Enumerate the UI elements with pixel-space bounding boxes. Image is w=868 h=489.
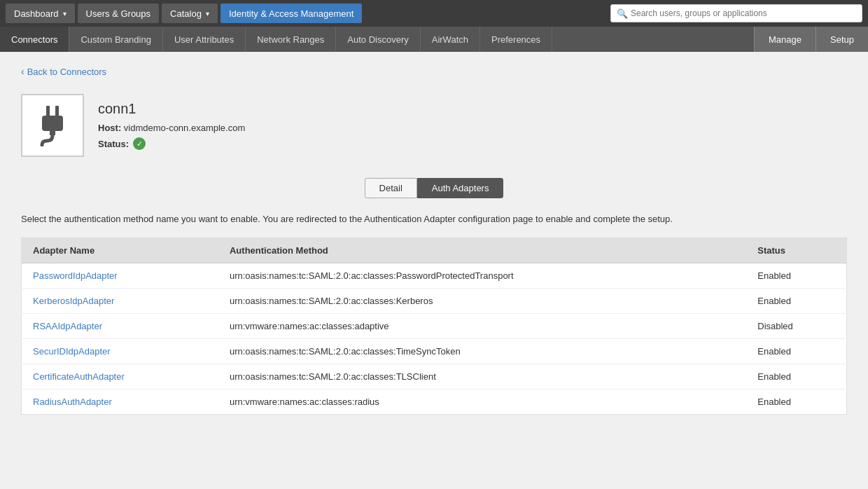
col-header-auth-method: Authentication Method bbox=[218, 237, 746, 263]
network-ranges-label: Network Ranges bbox=[257, 34, 324, 45]
table-row: SecurIDIdpAdapterurn:oasis:names:tc:SAML… bbox=[22, 338, 847, 364]
auto-discovery-label: Auto Discovery bbox=[347, 34, 408, 45]
adapter-name-link[interactable]: KerberosIdpAdapter bbox=[33, 296, 114, 306]
svg-rect-2 bbox=[42, 116, 63, 131]
status-cell: Enabled bbox=[746, 338, 846, 364]
dashboard-chevron-icon: ▾ bbox=[63, 10, 66, 18]
col-header-status: Status bbox=[746, 237, 846, 263]
nav-right-actions: Manage Setup bbox=[754, 27, 868, 52]
airwatch-label: AirWatch bbox=[432, 34, 468, 45]
status-cell: Enabled bbox=[746, 288, 846, 313]
second-navigation: Connectors Custom Branding User Attribut… bbox=[0, 27, 868, 52]
setup-button[interactable]: Setup bbox=[816, 27, 868, 52]
table-row: PasswordIdpAdapterurn:oasis:names:tc:SAM… bbox=[22, 263, 847, 288]
status-cell: Enabled bbox=[746, 364, 846, 389]
sidebar-item-connectors[interactable]: Connectors bbox=[0, 27, 69, 52]
search-icon: 🔍 bbox=[617, 8, 628, 19]
auth-method-cell: urn:oasis:names:tc:SAML:2.0:ac:classes:K… bbox=[218, 288, 746, 313]
auth-method-cell: urn:oasis:names:tc:SAML:2.0:ac:classes:T… bbox=[218, 364, 746, 389]
connectors-label: Connectors bbox=[11, 34, 57, 45]
table-row: KerberosIdpAdapterurn:oasis:names:tc:SAM… bbox=[22, 288, 847, 313]
host-value: vidmdemo-conn.example.com bbox=[124, 123, 245, 133]
sidebar-item-user-attributes[interactable]: User Attributes bbox=[163, 27, 246, 52]
manage-button[interactable]: Manage bbox=[754, 27, 816, 52]
adapter-name-cell: RSAAIdpAdapter bbox=[22, 313, 218, 338]
catalog-label: Catalog bbox=[170, 8, 202, 19]
connector-icon-box bbox=[21, 94, 84, 157]
preferences-label: Preferences bbox=[491, 34, 540, 45]
user-attributes-label: User Attributes bbox=[174, 34, 234, 45]
main-content: ‹ Back to Connectors conn1 Host: vidmdem bbox=[0, 52, 868, 489]
status-cell: Enabled bbox=[746, 389, 846, 414]
auth-method-cell: urn:vmware:names:ac:classes:adaptive bbox=[218, 313, 746, 338]
back-to-connectors-link[interactable]: ‹ Back to Connectors bbox=[21, 66, 106, 77]
auth-method-cell: urn:oasis:names:tc:SAML:2.0:ac:classes:P… bbox=[218, 263, 746, 288]
catalog-chevron-icon: ▾ bbox=[206, 10, 209, 18]
adapter-name-link[interactable]: CertificateAuthAdapter bbox=[33, 371, 125, 382]
search-input[interactable] bbox=[631, 8, 856, 18]
dashboard-label: Dashboard bbox=[14, 8, 59, 19]
adapter-name-link[interactable]: PasswordIdpAdapter bbox=[33, 270, 118, 281]
status-cell: Disabled bbox=[746, 313, 846, 338]
sidebar-item-auto-discovery[interactable]: Auto Discovery bbox=[336, 27, 420, 52]
connector-info-section: conn1 Host: vidmdemo-conn.example.com St… bbox=[21, 94, 847, 157]
connector-name: conn1 bbox=[98, 101, 245, 117]
dashboard-button[interactable]: Dashboard ▾ bbox=[6, 4, 75, 23]
table-row: RadiusAuthAdapterurn:vmware:names:ac:cla… bbox=[22, 389, 847, 414]
adapter-name-cell: CertificateAuthAdapter bbox=[22, 364, 218, 389]
back-link-label: Back to Connectors bbox=[27, 67, 106, 77]
auth-method-cell: urn:oasis:names:tc:SAML:2.0:ac:classes:T… bbox=[218, 338, 746, 364]
plug-icon bbox=[35, 104, 70, 146]
status-cell: Enabled bbox=[746, 263, 846, 288]
table-header: Adapter Name Authentication Method Statu… bbox=[22, 237, 847, 263]
status-label: Status: bbox=[98, 139, 129, 149]
users-groups-label: Users & Groups bbox=[86, 8, 150, 19]
adapter-name-link[interactable]: RadiusAuthAdapter bbox=[33, 397, 112, 407]
adapters-table: Adapter Name Authentication Method Statu… bbox=[21, 237, 847, 415]
tabs-container: Detail Auth Adapters bbox=[21, 178, 847, 198]
table-row: RSAAIdpAdapterurn:vmware:names:ac:classe… bbox=[22, 313, 847, 338]
tab-auth-adapters[interactable]: Auth Adapters bbox=[417, 178, 504, 198]
host-label: Host: bbox=[98, 123, 121, 133]
search-box: 🔍 bbox=[610, 4, 862, 22]
adapter-name-cell: RadiusAuthAdapter bbox=[22, 389, 218, 414]
description-text: Select the authentication method name yo… bbox=[21, 212, 847, 226]
connector-details: conn1 Host: vidmdemo-conn.example.com St… bbox=[98, 94, 245, 150]
catalog-button[interactable]: Catalog ▾ bbox=[162, 4, 218, 23]
back-chevron-icon: ‹ bbox=[21, 66, 24, 77]
iam-button[interactable]: Identity & Access Management bbox=[220, 4, 362, 23]
top-navigation: Dashboard ▾ Users & Groups Catalog ▾ Ide… bbox=[0, 0, 868, 27]
iam-label: Identity & Access Management bbox=[229, 8, 354, 19]
sidebar-item-network-ranges[interactable]: Network Ranges bbox=[246, 27, 336, 52]
connector-status: Status: ✓ bbox=[98, 137, 245, 150]
connector-host: Host: vidmdemo-conn.example.com bbox=[98, 123, 245, 133]
adapter-name-cell: KerberosIdpAdapter bbox=[22, 288, 218, 313]
sidebar-item-airwatch[interactable]: AirWatch bbox=[421, 27, 480, 52]
custom-branding-label: Custom Branding bbox=[80, 34, 150, 45]
sidebar-item-preferences[interactable]: Preferences bbox=[480, 27, 552, 52]
adapter-name-cell: SecurIDIdpAdapter bbox=[22, 338, 218, 364]
adapter-name-link[interactable]: RSAAIdpAdapter bbox=[33, 321, 102, 331]
auth-method-cell: urn:vmware:names:ac:classes:radius bbox=[218, 389, 746, 414]
svg-rect-1 bbox=[55, 106, 59, 117]
table-body: PasswordIdpAdapterurn:oasis:names:tc:SAM… bbox=[22, 263, 847, 414]
tab-detail[interactable]: Detail bbox=[365, 178, 417, 198]
status-ok-icon: ✓ bbox=[133, 137, 146, 150]
col-header-adapter-name: Adapter Name bbox=[22, 237, 218, 263]
sidebar-item-custom-branding[interactable]: Custom Branding bbox=[69, 27, 162, 52]
adapter-name-cell: PasswordIdpAdapter bbox=[22, 263, 218, 288]
table-row: CertificateAuthAdapterurn:oasis:names:tc… bbox=[22, 364, 847, 389]
adapter-name-link[interactable]: SecurIDIdpAdapter bbox=[33, 346, 111, 357]
table-header-row: Adapter Name Authentication Method Statu… bbox=[22, 237, 847, 263]
svg-rect-0 bbox=[46, 106, 50, 117]
users-groups-button[interactable]: Users & Groups bbox=[78, 4, 159, 23]
